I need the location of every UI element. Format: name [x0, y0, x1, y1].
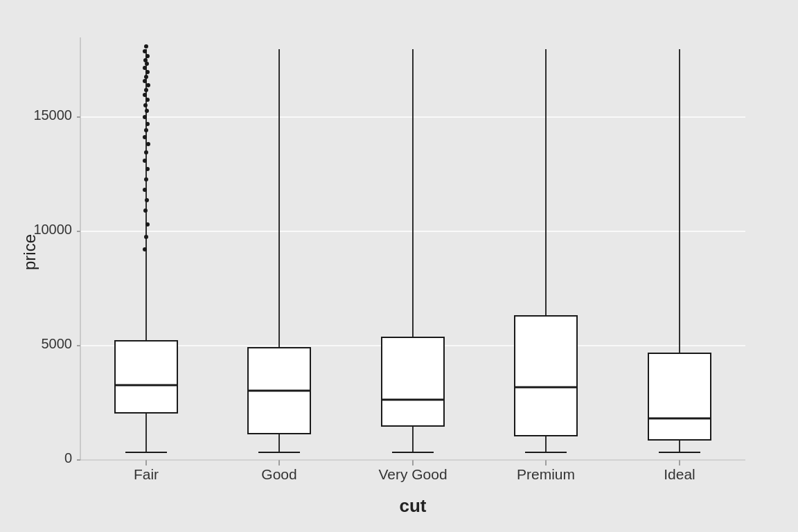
svg-point-3 [145, 62, 149, 66]
svg-point-23 [143, 188, 147, 192]
svg-point-25 [143, 209, 148, 213]
chart-svg: 0 5000 10000 15000 price cut [18, 17, 780, 515]
svg-point-18 [146, 142, 150, 146]
svg-point-20 [143, 159, 147, 163]
x-label-ideal: Ideal [664, 466, 695, 482]
chart-container: 0 5000 10000 15000 price cut [18, 17, 780, 515]
box-fair [115, 341, 177, 413]
x-axis-title: cut [400, 495, 427, 515]
svg-point-11 [145, 98, 150, 102]
svg-point-7 [143, 79, 147, 83]
svg-point-9 [144, 88, 148, 92]
y-label-5000: 5000 [42, 336, 73, 351]
svg-point-16 [144, 128, 148, 132]
svg-point-19 [144, 150, 148, 154]
x-label-fair: Fair [134, 466, 159, 482]
chart-area: 0 5000 10000 15000 price cut [18, 17, 780, 515]
y-label-10000: 10000 [33, 222, 72, 237]
y-axis-title: price [20, 234, 39, 270]
svg-point-0 [143, 49, 147, 53]
svg-point-24 [145, 198, 149, 202]
x-label-good: Good [261, 466, 296, 482]
svg-point-28 [143, 247, 147, 251]
svg-point-6 [144, 75, 148, 79]
svg-point-1 [145, 54, 150, 58]
svg-point-14 [143, 115, 147, 119]
svg-point-26 [145, 222, 150, 227]
svg-point-21 [145, 167, 150, 171]
svg-point-10 [143, 93, 147, 97]
svg-point-12 [143, 103, 148, 107]
y-label-0: 0 [64, 450, 72, 466]
x-label-premium: Premium [517, 466, 575, 482]
svg-point-5 [145, 70, 150, 74]
y-label-15000: 15000 [33, 107, 72, 123]
box-premium [515, 316, 577, 436]
box-ideal [648, 353, 711, 440]
outlier-fair-1 [144, 44, 148, 48]
svg-point-27 [144, 235, 148, 239]
svg-point-4 [143, 66, 147, 70]
svg-point-8 [146, 83, 150, 87]
svg-point-13 [145, 109, 149, 113]
svg-point-17 [143, 135, 147, 139]
svg-point-15 [145, 122, 150, 126]
svg-point-22 [144, 177, 148, 181]
box-vg [382, 337, 444, 426]
x-label-verygood: Very Good [378, 466, 447, 482]
